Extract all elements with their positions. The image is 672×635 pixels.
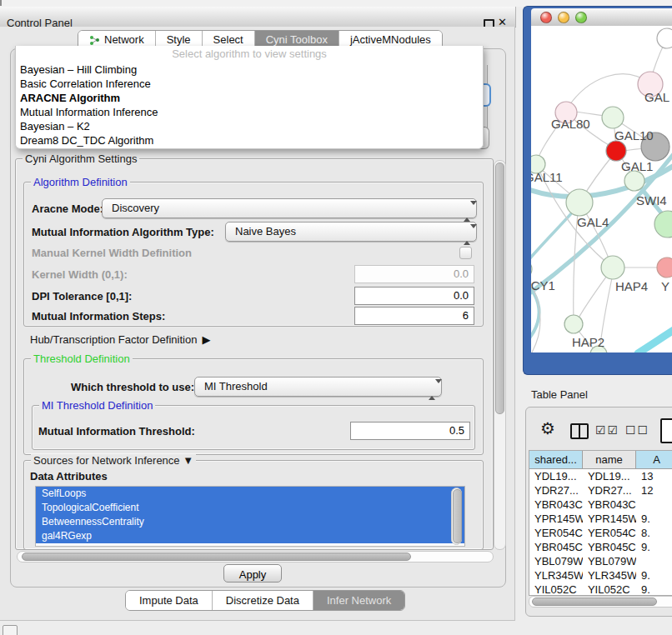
algorithm-option[interactable]: Mutual Information Inference xyxy=(16,105,479,119)
table-row[interactable]: YBL079WYBL079W xyxy=(529,554,672,568)
algorithm-option[interactable]: Basic Correlation Inference xyxy=(16,77,479,91)
expand-arrow-icon[interactable]: ▶ xyxy=(202,333,210,346)
network-titlebar xyxy=(531,8,672,27)
network-edge[interactable] xyxy=(576,270,611,322)
spinner-arrows-icon xyxy=(464,202,470,221)
mi-threshold-group-title: MI Threshold Definition xyxy=(39,399,155,412)
apply-button[interactable]: Apply xyxy=(223,564,282,582)
attribute-item[interactable]: gal4RGexp xyxy=(36,529,464,543)
network-svg: GALGAL80GAL10GAL1GAL11SWI4GAL4GCY1HAP4YH… xyxy=(531,26,672,352)
column-header-shared-[interactable]: shared... xyxy=(529,451,583,468)
attribute-item[interactable]: SelfLoops xyxy=(36,487,464,501)
network-node-label: Y xyxy=(661,279,669,293)
table-cell: YPR145W xyxy=(529,512,583,526)
table-hscrollbar[interactable] xyxy=(529,596,672,608)
algorithm-option[interactable]: Bayesian – Hill Climbing xyxy=(16,62,479,77)
network-node-gal10[interactable] xyxy=(602,107,624,128)
column-header-a[interactable]: A xyxy=(636,451,672,468)
algorithm-definition-title: Algorithm Definition xyxy=(31,176,130,188)
table-hscrollbar-thumb[interactable] xyxy=(532,598,657,606)
spinner-arrows-icon xyxy=(429,381,435,399)
table-cell: YBR043C xyxy=(583,498,636,512)
traffic-light-zoom[interactable] xyxy=(575,12,587,23)
table-row[interactable]: YDR27...YDR27...12 xyxy=(529,483,672,498)
sources-group-title[interactable]: Sources for Network Inference ▼ xyxy=(31,454,196,467)
network-node-gcy1[interactable] xyxy=(531,260,532,278)
mi-type-select[interactable]: Naive Bayes xyxy=(225,222,477,242)
collapse-arrow-icon[interactable]: ▼ xyxy=(183,454,193,467)
network-node-gal1[interactable] xyxy=(606,141,626,161)
network-node-hap4[interactable] xyxy=(601,256,624,279)
checked-columns-icon[interactable]: ☑☑ xyxy=(595,423,619,437)
aracne-mode-label: Aracne Mode: xyxy=(32,202,103,215)
bottom-left-button[interactable] xyxy=(3,625,18,635)
table-cell: YPR145W xyxy=(583,512,636,526)
screen: Control Panel ✕ NetworkStyleSelectCyni T… xyxy=(0,0,672,635)
network-node-swi4-small[interactable] xyxy=(624,171,644,191)
settings-hscrollbar[interactable] xyxy=(17,551,494,562)
list-scrollbar-thumb[interactable] xyxy=(453,489,462,543)
mi-threshold-field[interactable]: 0.5 xyxy=(350,422,470,440)
mi-steps-field[interactable]: 6 xyxy=(354,307,474,325)
algorithm-option[interactable]: Bayesian – K2 xyxy=(16,119,479,133)
manual-kernel-checkbox[interactable] xyxy=(459,247,472,259)
network-node-swi4-big[interactable] xyxy=(654,211,672,238)
popup-prompt: Select algorithm to view settings xyxy=(16,48,483,60)
table-gear-icon[interactable]: ⚙ xyxy=(540,420,555,437)
kernel-width-field[interactable]: 0.0 xyxy=(354,265,474,283)
mi-steps-label: Mutual Information Steps: xyxy=(32,310,165,322)
table-cell xyxy=(636,498,672,512)
algorithm-option[interactable]: ARACNE Algorithm xyxy=(16,91,479,105)
network-node-y-node[interactable] xyxy=(657,258,672,278)
tab-infer-network[interactable]: Infer Network xyxy=(313,591,404,610)
attribute-item[interactable]: BetweennessCentrality xyxy=(36,515,464,529)
settings-hscrollbar-thumb[interactable] xyxy=(22,552,411,561)
table-row[interactable]: YBR043CYBR043C xyxy=(529,498,672,512)
data-attributes-list[interactable]: SelfLoopsTopologicalCoefficientBetweenne… xyxy=(35,486,465,547)
which-threshold-select[interactable]: MI Threshold xyxy=(194,377,442,397)
attribute-item[interactable]: TopologicalCoefficient xyxy=(36,501,464,515)
aracne-mode-select[interactable]: Discovery xyxy=(102,198,477,218)
network-node-label: HAP4 xyxy=(615,279,648,293)
traffic-light-close[interactable] xyxy=(540,12,552,23)
file-icon[interactable] xyxy=(660,418,672,443)
algorithm-popup-list: Bayesian – Hill ClimbingBasic Correlatio… xyxy=(16,62,479,148)
network-tab-icon xyxy=(89,35,100,46)
algorithm-option[interactable]: Dream8 DC_TDC Algorithm xyxy=(16,133,479,148)
table-cell: YBL079W xyxy=(583,554,636,568)
settings-scrollbar-thumb[interactable] xyxy=(495,162,504,414)
unchecked-columns-icon[interactable]: ☐☐ xyxy=(625,423,649,437)
table-cell: YDR27... xyxy=(529,483,583,498)
hub-section-label[interactable]: Hub/Transcription Factor Definition▶ xyxy=(30,333,210,346)
threshold-group-title: Threshold Definition xyxy=(31,352,133,365)
table-cell: YDL19... xyxy=(529,469,583,483)
network-node-top-partial[interactable] xyxy=(657,28,672,48)
network-node-label: GAL4 xyxy=(577,215,609,229)
table-row[interactable]: YPR145WYPR145W9. xyxy=(529,512,672,526)
network-edge[interactable] xyxy=(568,74,650,108)
column-header-name[interactable]: name xyxy=(583,451,636,468)
dpi-tolerance-field[interactable]: 0.0 xyxy=(354,287,474,305)
table-cell: 13 xyxy=(636,469,672,483)
tab-discretize-data[interactable]: Discretize Data xyxy=(213,591,313,610)
network-node-label: GAL1 xyxy=(621,159,653,173)
list-scrollbar[interactable] xyxy=(451,488,462,545)
split-view-icon[interactable] xyxy=(570,423,589,439)
network-node-label: GAL11 xyxy=(531,170,563,184)
table-row[interactable]: YIL052CYIL052C9. xyxy=(529,582,672,595)
tab-impute-data[interactable]: Impute Data xyxy=(126,591,213,610)
table-row[interactable]: YER054CYER054C8. xyxy=(529,526,672,540)
table-row[interactable]: YBR045CYBR045C9. xyxy=(529,540,672,554)
data-attributes-label: Data Attributes xyxy=(30,470,108,482)
network-node-hap2[interactable] xyxy=(564,315,583,333)
table-row[interactable]: YDL19...YDL19...13 xyxy=(529,469,672,483)
network-edge[interactable] xyxy=(638,328,672,352)
traffic-light-minimize[interactable] xyxy=(558,12,569,23)
table-cell: 9. xyxy=(636,540,672,554)
settings-scrollbar[interactable] xyxy=(494,160,506,550)
window-edge-tick xyxy=(0,0,2,6)
network-canvas[interactable]: GALGAL80GAL10GAL1GAL11SWI4GAL4GCY1HAP4YH… xyxy=(531,26,672,352)
network-node-gal4[interactable] xyxy=(566,189,593,216)
table-cell: YLR345W xyxy=(583,568,636,582)
table-row[interactable]: YLR345WYLR345W9. xyxy=(529,568,672,582)
